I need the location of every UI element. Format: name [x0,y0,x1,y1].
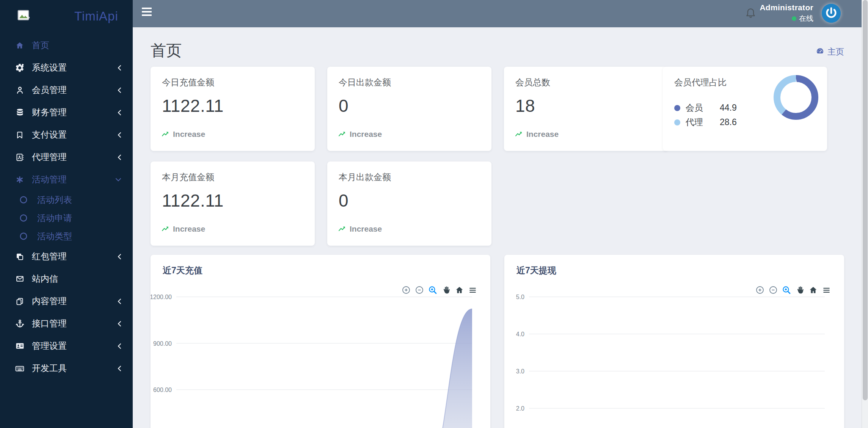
zoom-in-icon[interactable] [401,285,411,295]
sidebar-item-label: 站内信 [32,273,58,285]
menu-icon[interactable] [468,285,477,295]
stat-footer-label: Increase [173,130,205,139]
svg-text:600.00: 600.00 [153,387,172,393]
sidebar-item-label: 活动申请 [37,212,72,224]
chart-title: 近7天提现 [516,265,556,276]
pan-hand-icon[interactable] [795,285,805,295]
brand-title: TimiApi [74,9,118,24]
sidebar-item-label: 接口管理 [32,318,67,329]
chart-card-withdraw-7days: 5.04.03.02.0 近7天提现 [504,255,844,428]
stat-footer-label: Increase [350,130,382,139]
dashboard-gauge-icon [816,47,824,57]
top-header: Administrator 在线 [133,0,862,27]
legend-label: 代理 [686,116,720,128]
asterisk-icon [14,175,26,184]
chevron-left-icon [118,321,121,327]
stat-value: 1122.11 [162,190,224,211]
zoom-in-icon[interactable] [755,285,765,295]
stat-value: 1122.11 [162,96,224,116]
stat-footer-label: Increase [526,130,559,139]
database-icon [14,108,26,117]
sidebar-item-label: 红包管理 [32,251,67,262]
trend-up-icon [338,130,346,139]
sidebar-item-label: 会员管理 [32,84,67,96]
sidebar-item-label: 开发工具 [32,362,67,374]
stat-card-month-withdraw: 本月出款金额 0 Increase [327,161,491,246]
zoom-out-icon[interactable] [768,285,778,295]
chevron-down-icon [115,178,121,182]
donut-chart [772,74,819,121]
id-card-icon [14,341,26,351]
sidebar-item-admin-settings[interactable]: 管理设置 [0,335,133,357]
stat-title: 今日出款金额 [339,77,391,88]
sidebar-item-label: 管理设置 [32,340,67,352]
stat-footer-label: Increase [173,224,205,234]
sidebar-item-label: 首页 [32,39,49,51]
sidebar-nav: 首页 系统设置 会员管理 财务管理 支付设置 代理管理 [0,34,133,379]
zoom-out-icon[interactable] [414,285,424,295]
bookmark-icon [14,130,26,140]
stat-card-member-total: 会员总数 18 Increase [504,67,668,151]
sidebar: TimiApi 首页 系统设置 会员管理 财务管理 支付设置 [0,0,133,428]
vertical-scrollbar [862,0,868,428]
address-book-icon [14,153,26,162]
sidebar-item-system-settings[interactable]: 系统设置 [0,56,133,79]
reset-home-icon[interactable] [808,285,818,295]
circle-icon [17,232,30,240]
chevron-left-icon [118,110,121,116]
legend-dot [674,119,680,125]
sidebar-item-home[interactable]: 首页 [0,34,133,56]
user-block[interactable]: Administrator 在线 [760,3,813,24]
stat-card-month-recharge: 本月充值金额 1122.11 Increase [151,161,315,246]
legend-item-member: 会员 44.9 [674,102,737,114]
sidebar-item-activity-apply[interactable]: 活动申请 [0,209,133,227]
anchor-icon [14,319,26,328]
sidebar-item-dev-tools[interactable]: 开发工具 [0,357,133,379]
power-avatar-button[interactable] [822,4,841,23]
svg-text:3.0: 3.0 [516,368,524,375]
hamburger-menu-icon[interactable] [142,8,152,16]
sidebar-item-redpacket-management[interactable]: 红包管理 [0,245,133,268]
sidebar-item-activity-list[interactable]: 活动列表 [0,191,133,209]
envelope-icon [14,274,26,284]
reset-home-icon[interactable] [454,285,464,295]
circle-icon [17,214,30,222]
selection-zoom-icon[interactable] [782,285,791,295]
circle-icon [17,196,30,204]
menu-icon[interactable] [821,285,831,295]
trend-up-icon [161,224,170,234]
notification-bell-icon[interactable] [745,7,757,21]
sidebar-item-finance-management[interactable]: 财务管理 [0,101,133,124]
user-name: Administrator [760,3,813,12]
sidebar-item-api-management[interactable]: 接口管理 [0,312,133,335]
donut-card-title: 会员代理占比 [674,77,727,88]
sidebar-item-site-message[interactable]: 站内信 [0,268,133,290]
chevron-left-icon [118,365,121,372]
sidebar-item-content-management[interactable]: 内容管理 [0,290,133,312]
selection-zoom-icon[interactable] [428,285,438,295]
chart-card-recharge-7days: 1200.00900.00600.00 近7天充值 [151,255,490,428]
breadcrumb[interactable]: 主页 [816,46,844,58]
sidebar-item-label: 内容管理 [32,295,67,307]
stat-title: 会员总数 [515,77,550,88]
sidebar-item-member-management[interactable]: 会员管理 [0,79,133,101]
legend-item-agent: 代理 28.6 [674,116,737,128]
sidebar-item-label: 活动列表 [37,194,72,206]
sidebar-item-activity-management[interactable]: 活动管理 [0,168,133,191]
trend-up-icon [338,224,346,234]
chart-toolbar [755,285,831,295]
stat-card-today-withdraw: 今日出款金额 0 Increase [327,67,491,151]
scrollbar-thumb[interactable] [863,0,868,400]
sidebar-item-payment-settings[interactable]: 支付设置 [0,124,133,146]
sidebar-item-agent-management[interactable]: 代理管理 [0,146,133,168]
pan-hand-icon[interactable] [441,285,451,295]
stat-value: 0 [339,190,348,211]
sidebar-item-activity-type[interactable]: 活动类型 [0,227,133,245]
breadcrumb-label: 主页 [827,46,844,58]
svg-text:900.00: 900.00 [153,340,172,347]
sidebar-item-label: 活动管理 [32,174,67,185]
svg-text:2.0: 2.0 [516,405,524,412]
stat-card-today-recharge: 今日充值金额 1122.11 Increase [151,67,315,151]
chart-title: 近7天充值 [163,265,202,276]
legend-value: 28.6 [720,117,737,127]
